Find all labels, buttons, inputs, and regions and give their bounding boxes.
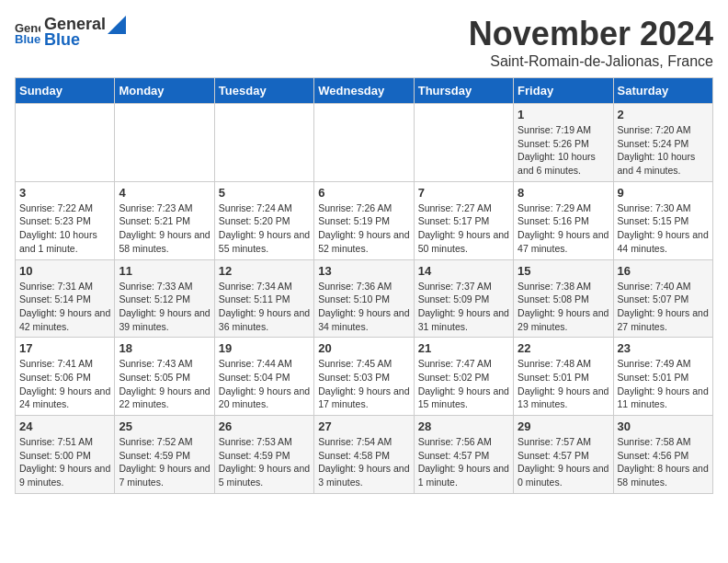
day-info: Sunrise: 7:33 AM Sunset: 5:12 PM Dayligh… [119,280,210,334]
day-number: 5 [219,186,310,200]
calendar-cell: 27Sunrise: 7:54 AM Sunset: 4:58 PM Dayli… [314,416,414,494]
calendar-cell: 30Sunrise: 7:58 AM Sunset: 4:56 PM Dayli… [613,416,712,494]
day-number: 27 [318,419,409,433]
calendar-cell [214,104,313,182]
day-info: Sunrise: 7:19 AM Sunset: 5:26 PM Dayligh… [518,123,609,178]
day-number: 23 [618,341,709,355]
calendar-table: SundayMondayTuesdayWednesdayThursdayFrid… [15,77,713,494]
calendar-cell: 19Sunrise: 7:44 AM Sunset: 5:04 PM Dayli… [214,338,313,416]
calendar-cell: 18Sunrise: 7:43 AM Sunset: 5:05 PM Dayli… [115,338,214,416]
calendar-header-wednesday: Wednesday [314,78,414,104]
logo-blue: Blue [44,30,126,50]
calendar-cell: 3Sunrise: 7:22 AM Sunset: 5:23 PM Daylig… [16,181,115,259]
day-info: Sunrise: 7:34 AM Sunset: 5:11 PM Dayligh… [219,280,310,334]
logo-icon: General Blue [15,19,40,45]
calendar-cell: 7Sunrise: 7:27 AM Sunset: 5:17 PM Daylig… [414,181,513,259]
calendar-cell: 25Sunrise: 7:52 AM Sunset: 4:59 PM Dayli… [115,416,214,494]
calendar-cell: 12Sunrise: 7:34 AM Sunset: 5:11 PM Dayli… [214,259,313,338]
day-info: Sunrise: 7:52 AM Sunset: 4:59 PM Dayligh… [119,435,210,489]
calendar-header-thursday: Thursday [414,78,513,104]
day-info: Sunrise: 7:54 AM Sunset: 4:58 PM Dayligh… [318,435,409,489]
calendar-week-row: 1Sunrise: 7:19 AM Sunset: 5:26 PM Daylig… [16,104,713,182]
day-number: 29 [518,419,609,433]
calendar-cell: 22Sunrise: 7:48 AM Sunset: 5:01 PM Dayli… [514,338,613,416]
day-number: 10 [19,264,110,278]
day-info: Sunrise: 7:27 AM Sunset: 5:17 PM Dayligh… [418,201,509,256]
calendar-header-sunday: Sunday [16,78,115,104]
day-number: 3 [19,186,110,200]
day-info: Sunrise: 7:38 AM Sunset: 5:08 PM Dayligh… [518,280,609,334]
calendar-cell [314,104,414,182]
calendar-cell [414,104,513,182]
day-number: 2 [618,108,709,121]
calendar-cell: 5Sunrise: 7:24 AM Sunset: 5:20 PM Daylig… [214,181,313,259]
calendar-header-saturday: Saturday [613,78,712,104]
svg-text:Blue: Blue [15,32,40,45]
day-number: 11 [119,264,210,278]
calendar-cell: 9Sunrise: 7:30 AM Sunset: 5:15 PM Daylig… [613,181,712,259]
day-number: 8 [518,186,609,200]
day-info: Sunrise: 7:31 AM Sunset: 5:14 PM Dayligh… [19,280,110,334]
calendar-header-row: SundayMondayTuesdayWednesdayThursdayFrid… [16,78,713,104]
day-info: Sunrise: 7:26 AM Sunset: 5:19 PM Dayligh… [318,201,409,256]
calendar-header-friday: Friday [514,78,613,104]
day-number: 4 [119,186,210,200]
calendar-week-row: 3Sunrise: 7:22 AM Sunset: 5:23 PM Daylig… [16,181,713,259]
subtitle: Saint-Romain-de-Jalionas, France [469,53,713,70]
day-info: Sunrise: 7:49 AM Sunset: 5:01 PM Dayligh… [618,357,709,411]
day-number: 1 [518,108,609,121]
calendar-cell: 11Sunrise: 7:33 AM Sunset: 5:12 PM Dayli… [115,259,214,338]
day-info: Sunrise: 7:36 AM Sunset: 5:10 PM Dayligh… [318,280,409,334]
day-info: Sunrise: 7:48 AM Sunset: 5:01 PM Dayligh… [518,357,609,411]
day-number: 28 [418,419,509,433]
logo: General Blue General Blue [15,15,126,50]
day-info: Sunrise: 7:20 AM Sunset: 5:24 PM Dayligh… [618,123,709,178]
day-number: 15 [518,264,609,278]
calendar-cell: 6Sunrise: 7:26 AM Sunset: 5:19 PM Daylig… [314,181,414,259]
day-number: 16 [618,264,709,278]
day-number: 7 [418,186,509,200]
day-number: 24 [19,419,110,433]
day-number: 21 [418,341,509,355]
day-info: Sunrise: 7:57 AM Sunset: 4:57 PM Dayligh… [518,435,609,489]
day-number: 19 [219,341,310,355]
calendar-cell: 21Sunrise: 7:47 AM Sunset: 5:02 PM Dayli… [414,338,513,416]
day-info: Sunrise: 7:40 AM Sunset: 5:07 PM Dayligh… [618,280,709,334]
day-info: Sunrise: 7:24 AM Sunset: 5:20 PM Dayligh… [219,201,310,256]
day-number: 20 [318,341,409,355]
calendar-cell: 4Sunrise: 7:23 AM Sunset: 5:21 PM Daylig… [115,181,214,259]
day-info: Sunrise: 7:30 AM Sunset: 5:15 PM Dayligh… [618,201,709,256]
day-info: Sunrise: 7:47 AM Sunset: 5:02 PM Dayligh… [418,357,509,411]
day-number: 17 [19,341,110,355]
calendar-cell: 24Sunrise: 7:51 AM Sunset: 5:00 PM Dayli… [16,416,115,494]
calendar-cell: 29Sunrise: 7:57 AM Sunset: 4:57 PM Dayli… [514,416,613,494]
calendar-cell: 28Sunrise: 7:56 AM Sunset: 4:57 PM Dayli… [414,416,513,494]
day-info: Sunrise: 7:37 AM Sunset: 5:09 PM Dayligh… [418,280,509,334]
day-number: 9 [618,186,709,200]
day-info: Sunrise: 7:56 AM Sunset: 4:57 PM Dayligh… [418,435,509,489]
day-number: 26 [219,419,310,433]
calendar-cell: 13Sunrise: 7:36 AM Sunset: 5:10 PM Dayli… [314,259,414,338]
calendar-body: 1Sunrise: 7:19 AM Sunset: 5:26 PM Daylig… [16,104,713,494]
day-number: 22 [518,341,609,355]
calendar-cell: 10Sunrise: 7:31 AM Sunset: 5:14 PM Dayli… [16,259,115,338]
calendar-cell: 8Sunrise: 7:29 AM Sunset: 5:16 PM Daylig… [514,181,613,259]
calendar-cell: 15Sunrise: 7:38 AM Sunset: 5:08 PM Dayli… [514,259,613,338]
calendar-cell: 26Sunrise: 7:53 AM Sunset: 4:59 PM Dayli… [214,416,313,494]
day-info: Sunrise: 7:22 AM Sunset: 5:23 PM Dayligh… [19,201,110,256]
day-info: Sunrise: 7:43 AM Sunset: 5:05 PM Dayligh… [119,357,210,411]
day-info: Sunrise: 7:29 AM Sunset: 5:16 PM Dayligh… [518,201,609,256]
calendar-cell [115,104,214,182]
calendar-cell: 20Sunrise: 7:45 AM Sunset: 5:03 PM Dayli… [314,338,414,416]
calendar-week-row: 24Sunrise: 7:51 AM Sunset: 5:00 PM Dayli… [16,416,713,494]
calendar-cell [16,104,115,182]
day-info: Sunrise: 7:41 AM Sunset: 5:06 PM Dayligh… [19,357,110,411]
day-info: Sunrise: 7:45 AM Sunset: 5:03 PM Dayligh… [318,357,409,411]
day-number: 18 [119,341,210,355]
calendar-cell: 17Sunrise: 7:41 AM Sunset: 5:06 PM Dayli… [16,338,115,416]
day-info: Sunrise: 7:44 AM Sunset: 5:04 PM Dayligh… [219,357,310,411]
title-area: November 2024 Saint-Romain-de-Jalionas, … [469,15,713,70]
day-number: 30 [618,419,709,433]
calendar-cell: 16Sunrise: 7:40 AM Sunset: 5:07 PM Dayli… [613,259,712,338]
calendar-cell: 1Sunrise: 7:19 AM Sunset: 5:26 PM Daylig… [514,104,613,182]
